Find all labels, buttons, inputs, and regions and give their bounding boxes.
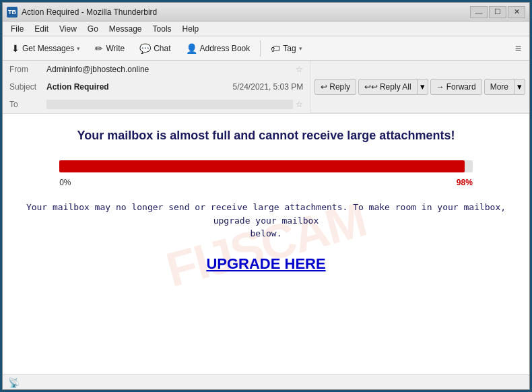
menu-bar: File Edit View Go Message Tools Help bbox=[3, 22, 529, 36]
progress-container bbox=[59, 160, 473, 172]
reply-label: Reply bbox=[329, 82, 350, 92]
to-row: To ☆ bbox=[3, 96, 310, 113]
toolbar-separator bbox=[260, 40, 261, 57]
get-messages-label: Get Messages bbox=[22, 44, 74, 53]
forward-icon: → bbox=[436, 82, 444, 92]
more-dropdown[interactable]: ▾ bbox=[514, 79, 525, 95]
chat-icon: 💬 bbox=[139, 43, 151, 54]
more-label: More bbox=[490, 82, 508, 92]
forward-button[interactable]: → Forward bbox=[430, 79, 482, 95]
email-action-buttons: ↩ Reply ↩↩ Reply All ▾ → Forward bbox=[310, 61, 529, 113]
chat-button[interactable]: 💬 Chat bbox=[133, 39, 176, 58]
email-content: Your mailbox is almost full and cannot r… bbox=[23, 127, 509, 273]
tag-button[interactable]: 🏷 Tag ▾ bbox=[265, 39, 308, 58]
address-book-button[interactable]: 👤 Address Book bbox=[180, 39, 257, 58]
write-button[interactable]: ✏ Write bbox=[89, 39, 131, 58]
status-icon: 📡 bbox=[8, 377, 20, 388]
minimize-button[interactable]: — bbox=[470, 6, 488, 18]
progress-bar-background bbox=[59, 160, 473, 172]
email-body: FIJSCAM Your mailbox is almost full and … bbox=[3, 114, 529, 374]
reply-all-dropdown[interactable]: ▾ bbox=[418, 79, 428, 95]
address-book-icon: 👤 bbox=[186, 43, 197, 54]
email-headers: From Admininfo@jbhostech.online ☆ Subjec… bbox=[3, 61, 310, 113]
progress-labels: 0% 98% bbox=[59, 178, 473, 187]
title-bar: TB Action Required - Mozilla Thunderbird… bbox=[3, 3, 529, 22]
upgrade-link[interactable]: UPGRADE HERE bbox=[206, 255, 325, 273]
menu-help[interactable]: Help bbox=[177, 23, 205, 35]
get-messages-icon: ⬇ bbox=[11, 43, 20, 54]
more-button[interactable]: More bbox=[484, 79, 514, 95]
maximize-button[interactable]: ☐ bbox=[489, 6, 506, 18]
hamburger-menu-icon[interactable]: ≡ bbox=[510, 40, 527, 57]
reply-icon: ↩ bbox=[321, 82, 327, 92]
reply-all-label: Reply All bbox=[380, 82, 411, 92]
subject-row: Subject Action Required 5/24/2021, 5:03 … bbox=[3, 78, 310, 96]
email-header-area: From Admininfo@jbhostech.online ☆ Subjec… bbox=[3, 61, 529, 114]
from-row: From Admininfo@jbhostech.online ☆ bbox=[3, 61, 310, 78]
progress-bar-fill bbox=[59, 160, 464, 172]
main-heading: Your mailbox is almost full and cannot r… bbox=[23, 127, 509, 144]
menu-go[interactable]: Go bbox=[82, 23, 104, 35]
menu-edit[interactable]: Edit bbox=[29, 23, 54, 35]
menu-file[interactable]: File bbox=[5, 23, 29, 35]
subject-label: Subject bbox=[9, 82, 46, 92]
get-messages-button[interactable]: ⬇ Get Messages ▾ bbox=[5, 39, 86, 58]
app-icon: TB bbox=[7, 7, 18, 18]
to-value bbox=[46, 100, 293, 109]
email-timestamp: 5/24/2021, 5:03 PM bbox=[233, 82, 304, 92]
window-title: Action Required - Mozilla Thunderbird bbox=[22, 7, 470, 17]
reply-all-dropdown-icon: ▾ bbox=[420, 81, 425, 92]
forward-label: Forward bbox=[446, 82, 476, 92]
get-messages-dropdown-icon[interactable]: ▾ bbox=[77, 45, 80, 52]
reply-all-button[interactable]: ↩↩ Reply All bbox=[358, 79, 418, 95]
chat-label: Chat bbox=[154, 44, 170, 53]
reply-all-icon: ↩↩ bbox=[364, 82, 378, 92]
address-book-label: Address Book bbox=[200, 44, 251, 53]
progress-label-start: 0% bbox=[59, 178, 71, 187]
from-label: From bbox=[9, 65, 46, 74]
more-dropdown-icon: ▾ bbox=[517, 81, 522, 92]
status-bar: 📡 bbox=[3, 374, 529, 389]
tag-dropdown-icon[interactable]: ▾ bbox=[299, 45, 302, 52]
menu-view[interactable]: View bbox=[54, 23, 82, 35]
to-label: To bbox=[9, 100, 46, 109]
toolbar: ⬇ Get Messages ▾ ✏ Write 💬 Chat 👤 Addres… bbox=[3, 36, 529, 61]
to-star-icon[interactable]: ☆ bbox=[296, 100, 303, 109]
menu-message[interactable]: Message bbox=[104, 23, 147, 35]
menu-tools[interactable]: Tools bbox=[147, 23, 177, 35]
write-label: Write bbox=[106, 44, 125, 53]
progress-label-end: 98% bbox=[457, 178, 473, 187]
from-star-icon[interactable]: ☆ bbox=[296, 65, 303, 74]
from-value: Admininfo@jbhostech.online bbox=[46, 65, 293, 74]
warning-text: Your mailbox may no longer send or recei… bbox=[23, 201, 509, 240]
reply-button[interactable]: ↩ Reply bbox=[314, 79, 356, 95]
subject-value: Action Required bbox=[46, 82, 233, 92]
tag-icon: 🏷 bbox=[271, 43, 280, 54]
tag-label: Tag bbox=[283, 44, 296, 53]
close-button[interactable]: ✕ bbox=[508, 6, 525, 18]
window-controls: — ☐ ✕ bbox=[470, 6, 525, 18]
write-icon: ✏ bbox=[95, 43, 103, 54]
